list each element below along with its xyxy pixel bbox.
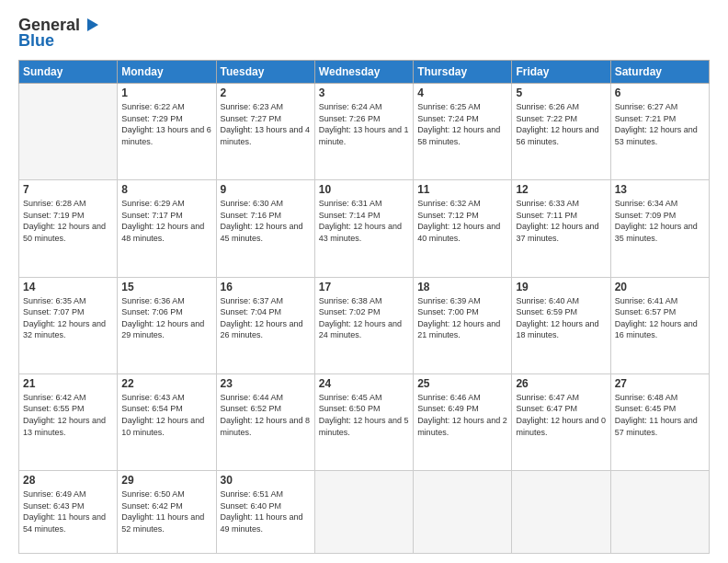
- day-number: 27: [615, 377, 705, 390]
- day-info: Sunrise: 6:48 AM Sunset: 6:45 PM Dayligh…: [615, 392, 705, 438]
- calendar-cell: 10Sunrise: 6:31 AM Sunset: 7:14 PM Dayli…: [314, 180, 413, 277]
- calendar-cell: 22Sunrise: 6:43 AM Sunset: 6:54 PM Dayli…: [118, 373, 216, 470]
- week-row-2: 7Sunrise: 6:28 AM Sunset: 7:19 PM Daylig…: [19, 180, 710, 277]
- weekday-header-wednesday: Wednesday: [314, 61, 413, 84]
- day-number: 25: [417, 377, 507, 390]
- day-info: Sunrise: 6:49 AM Sunset: 6:43 PM Dayligh…: [23, 488, 113, 534]
- day-number: 2: [221, 86, 311, 99]
- calendar-cell: 2Sunrise: 6:23 AM Sunset: 7:27 PM Daylig…: [216, 84, 314, 180]
- day-info: Sunrise: 6:37 AM Sunset: 7:04 PM Dayligh…: [221, 295, 311, 341]
- page: General Blue SundayMondayTuesdayWednesda…: [0, 0, 728, 563]
- day-number: 30: [221, 474, 311, 487]
- day-number: 15: [121, 281, 211, 293]
- calendar-cell: 23Sunrise: 6:44 AM Sunset: 6:52 PM Dayli…: [216, 373, 314, 470]
- week-row-4: 21Sunrise: 6:42 AM Sunset: 6:55 PM Dayli…: [19, 373, 710, 470]
- week-row-5: 28Sunrise: 6:49 AM Sunset: 6:43 PM Dayli…: [19, 471, 710, 554]
- day-info: Sunrise: 6:32 AM Sunset: 7:12 PM Dayligh…: [417, 198, 507, 244]
- week-row-1: 1Sunrise: 6:22 AM Sunset: 7:29 PM Daylig…: [19, 84, 710, 180]
- day-info: Sunrise: 6:36 AM Sunset: 7:06 PM Dayligh…: [121, 295, 211, 341]
- day-info: Sunrise: 6:28 AM Sunset: 7:19 PM Dayligh…: [23, 198, 113, 244]
- calendar-cell: 6Sunrise: 6:27 AM Sunset: 7:21 PM Daylig…: [610, 84, 709, 180]
- calendar-cell: 5Sunrise: 6:26 AM Sunset: 7:22 PM Daylig…: [512, 84, 610, 180]
- weekday-header-sunday: Sunday: [19, 61, 118, 84]
- day-number: 24: [319, 377, 409, 390]
- header: General Blue: [18, 15, 710, 51]
- day-number: 10: [319, 183, 409, 196]
- calendar-cell: 17Sunrise: 6:38 AM Sunset: 7:02 PM Dayli…: [314, 277, 413, 373]
- calendar-cell: 30Sunrise: 6:51 AM Sunset: 6:40 PM Dayli…: [216, 471, 314, 554]
- day-info: Sunrise: 6:30 AM Sunset: 7:16 PM Dayligh…: [221, 198, 311, 244]
- day-info: Sunrise: 6:27 AM Sunset: 7:21 PM Dayligh…: [615, 101, 705, 147]
- weekday-header-monday: Monday: [118, 61, 216, 84]
- day-number: 23: [221, 377, 311, 390]
- day-info: Sunrise: 6:44 AM Sunset: 6:52 PM Dayligh…: [221, 392, 311, 438]
- calendar-cell: 12Sunrise: 6:33 AM Sunset: 7:11 PM Dayli…: [512, 180, 610, 277]
- calendar-cell: [512, 471, 610, 554]
- calendar-cell: 8Sunrise: 6:29 AM Sunset: 7:17 PM Daylig…: [118, 180, 216, 277]
- day-info: Sunrise: 6:46 AM Sunset: 6:49 PM Dayligh…: [417, 392, 507, 438]
- day-number: 28: [23, 474, 113, 487]
- day-info: Sunrise: 6:45 AM Sunset: 6:50 PM Dayligh…: [319, 392, 409, 438]
- day-number: 12: [516, 183, 606, 196]
- calendar-cell: 13Sunrise: 6:34 AM Sunset: 7:09 PM Dayli…: [610, 180, 709, 277]
- day-number: 16: [221, 281, 311, 293]
- day-info: Sunrise: 6:47 AM Sunset: 6:47 PM Dayligh…: [516, 392, 606, 438]
- weekday-header-thursday: Thursday: [414, 61, 512, 84]
- day-number: 11: [417, 183, 507, 196]
- calendar-cell: [414, 471, 512, 554]
- day-info: Sunrise: 6:26 AM Sunset: 7:22 PM Dayligh…: [516, 101, 606, 147]
- calendar-cell: 20Sunrise: 6:41 AM Sunset: 6:57 PM Dayli…: [610, 277, 709, 373]
- week-row-3: 14Sunrise: 6:35 AM Sunset: 7:07 PM Dayli…: [19, 277, 710, 373]
- calendar-cell: 3Sunrise: 6:24 AM Sunset: 7:26 PM Daylig…: [314, 84, 413, 180]
- calendar-cell: [19, 84, 118, 180]
- day-number: 19: [516, 281, 606, 293]
- day-info: Sunrise: 6:38 AM Sunset: 7:02 PM Dayligh…: [319, 295, 409, 341]
- day-number: 18: [417, 281, 507, 293]
- calendar-cell: 1Sunrise: 6:22 AM Sunset: 7:29 PM Daylig…: [118, 84, 216, 180]
- day-info: Sunrise: 6:51 AM Sunset: 6:40 PM Dayligh…: [221, 488, 311, 534]
- day-info: Sunrise: 6:40 AM Sunset: 6:59 PM Dayligh…: [516, 295, 606, 341]
- svg-marker-0: [87, 18, 98, 31]
- calendar-cell: 9Sunrise: 6:30 AM Sunset: 7:16 PM Daylig…: [216, 180, 314, 277]
- day-number: 22: [121, 377, 211, 390]
- day-info: Sunrise: 6:43 AM Sunset: 6:54 PM Dayligh…: [121, 392, 211, 438]
- day-number: 17: [319, 281, 409, 293]
- calendar-cell: 24Sunrise: 6:45 AM Sunset: 6:50 PM Dayli…: [314, 373, 413, 470]
- day-number: 29: [121, 474, 211, 487]
- calendar-cell: [314, 471, 413, 554]
- calendar-cell: 28Sunrise: 6:49 AM Sunset: 6:43 PM Dayli…: [19, 471, 118, 554]
- day-number: 4: [417, 86, 507, 99]
- calendar-cell: [610, 471, 709, 554]
- day-number: 20: [615, 281, 705, 293]
- weekday-header-friday: Friday: [512, 61, 610, 84]
- logo-icon: [80, 15, 100, 35]
- calendar-cell: 11Sunrise: 6:32 AM Sunset: 7:12 PM Dayli…: [414, 180, 512, 277]
- day-number: 8: [121, 183, 211, 196]
- day-info: Sunrise: 6:29 AM Sunset: 7:17 PM Dayligh…: [121, 198, 211, 244]
- calendar-cell: 4Sunrise: 6:25 AM Sunset: 7:24 PM Daylig…: [414, 84, 512, 180]
- calendar-cell: 27Sunrise: 6:48 AM Sunset: 6:45 PM Dayli…: [610, 373, 709, 470]
- calendar-cell: 25Sunrise: 6:46 AM Sunset: 6:49 PM Dayli…: [414, 373, 512, 470]
- calendar-cell: 15Sunrise: 6:36 AM Sunset: 7:06 PM Dayli…: [118, 277, 216, 373]
- calendar-cell: 21Sunrise: 6:42 AM Sunset: 6:55 PM Dayli…: [19, 373, 118, 470]
- day-info: Sunrise: 6:39 AM Sunset: 7:00 PM Dayligh…: [417, 295, 507, 341]
- weekday-header-row: SundayMondayTuesdayWednesdayThursdayFrid…: [19, 61, 710, 84]
- calendar-cell: 16Sunrise: 6:37 AM Sunset: 7:04 PM Dayli…: [216, 277, 314, 373]
- calendar-cell: 26Sunrise: 6:47 AM Sunset: 6:47 PM Dayli…: [512, 373, 610, 470]
- day-number: 14: [23, 281, 113, 293]
- day-number: 21: [23, 377, 113, 390]
- day-info: Sunrise: 6:50 AM Sunset: 6:42 PM Dayligh…: [121, 488, 211, 534]
- calendar-table: SundayMondayTuesdayWednesdayThursdayFrid…: [18, 60, 710, 554]
- calendar-cell: 19Sunrise: 6:40 AM Sunset: 6:59 PM Dayli…: [512, 277, 610, 373]
- day-info: Sunrise: 6:31 AM Sunset: 7:14 PM Dayligh…: [319, 198, 409, 244]
- day-info: Sunrise: 6:25 AM Sunset: 7:24 PM Dayligh…: [417, 101, 507, 147]
- day-number: 26: [516, 377, 606, 390]
- logo: General Blue: [18, 15, 100, 51]
- day-info: Sunrise: 6:42 AM Sunset: 6:55 PM Dayligh…: [23, 392, 113, 438]
- day-number: 9: [221, 183, 311, 196]
- day-info: Sunrise: 6:22 AM Sunset: 7:29 PM Dayligh…: [121, 101, 211, 147]
- day-info: Sunrise: 6:24 AM Sunset: 7:26 PM Dayligh…: [319, 101, 409, 147]
- day-number: 5: [516, 86, 606, 99]
- calendar-cell: 18Sunrise: 6:39 AM Sunset: 7:00 PM Dayli…: [414, 277, 512, 373]
- day-info: Sunrise: 6:23 AM Sunset: 7:27 PM Dayligh…: [221, 101, 311, 147]
